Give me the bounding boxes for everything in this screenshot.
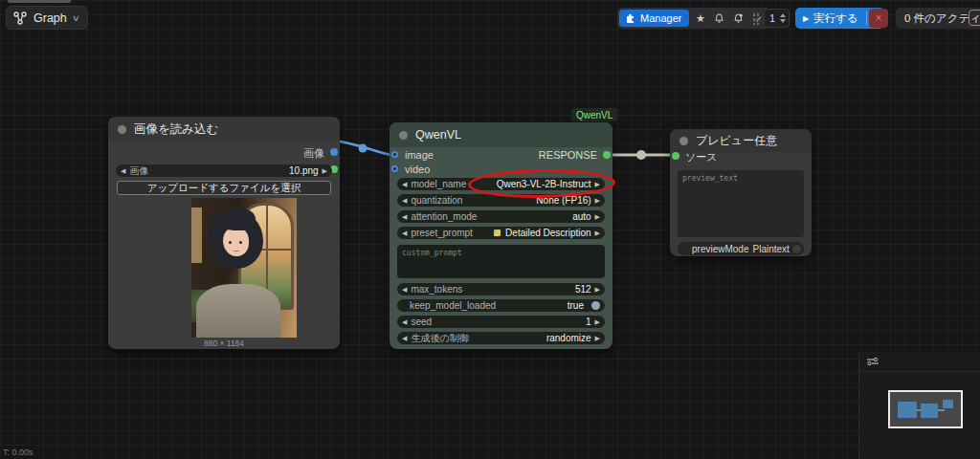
widget-label: keep_model_loaded xyxy=(410,300,496,311)
toolbar-drag-handle[interactable] xyxy=(752,12,759,25)
cancel-button[interactable]: × xyxy=(869,9,888,28)
image-dimensions-label: 880 × 1184 xyxy=(108,339,340,348)
manager-button[interactable]: Manager xyxy=(619,10,689,27)
attention-mode-combo[interactable]: ◀ attention_mode auto ▶ xyxy=(397,210,605,223)
input-label-source: ソース xyxy=(685,150,718,164)
node-load-image[interactable]: 画像を読み込む 画像 マスク ◀ 画像 10.png ▶ アップロードするファイ… xyxy=(108,117,340,349)
upload-file-button[interactable]: アップロードするファイルを選択 xyxy=(117,181,331,195)
preview-text-area[interactable]: preview_text xyxy=(678,170,804,237)
combo-prev-icon[interactable]: ◀ xyxy=(402,318,407,325)
combo-value: auto xyxy=(572,211,590,222)
image-file-combo[interactable]: ◀ 画像 10.png ▶ xyxy=(116,164,332,177)
batch-count-input[interactable]: 1 xyxy=(764,9,790,28)
combo-value: 10.png xyxy=(289,165,319,176)
node-type-badge: QwenVL xyxy=(571,108,617,121)
minimap-node xyxy=(898,402,917,418)
combo-label: model_name xyxy=(411,179,466,189)
widget-value: 512 xyxy=(575,284,591,295)
picture-emoji-icon xyxy=(493,229,501,237)
workflow-tab-indicator xyxy=(8,0,71,3)
combo-next-icon[interactable]: ▶ xyxy=(595,335,600,341)
widget-value: Plaintext xyxy=(752,244,789,254)
model-name-combo[interactable]: ◀ model_name Qwen3-VL-2B-Instruct ▶ xyxy=(397,178,605,190)
run-button[interactable]: ▶ 実行する xyxy=(795,11,866,26)
bell-badge-icon[interactable] xyxy=(730,11,746,27)
run-label: 実行する xyxy=(813,11,858,26)
panel-toggle-icon[interactable] xyxy=(969,10,980,26)
toggle-knob[interactable] xyxy=(791,244,802,254)
node-graph-canvas[interactable]: 画像を読み込む 画像 マスク ◀ 画像 10.png ▶ アップロードするファイ… xyxy=(0,0,980,459)
graph-selector[interactable]: Graph ∨ xyxy=(6,6,88,30)
minimap-node xyxy=(943,400,953,408)
combo-prev-icon[interactable]: ◀ xyxy=(402,197,407,204)
output-label-response: RESPONSE xyxy=(539,149,597,161)
preset-prompt-combo[interactable]: ◀ preset_prompt Detailed Description ▶ xyxy=(397,227,605,239)
output-port-image[interactable] xyxy=(330,148,338,156)
node-title: プレビュー任意 xyxy=(696,133,777,149)
control-after-generate-combo[interactable]: ◀ 生成後の制御 randomize ▶ xyxy=(397,332,605,344)
combo-next-icon[interactable]: ▶ xyxy=(595,213,600,220)
manager-toolbar: Manager ★ xyxy=(617,8,770,29)
node-qwenvl-header[interactable]: QwenVL xyxy=(390,122,612,147)
collapse-dot-icon[interactable] xyxy=(118,125,126,134)
combo-next-icon[interactable]: ▶ xyxy=(595,286,600,293)
combo-label: preset_prompt xyxy=(411,228,472,238)
combo-next-icon[interactable]: ▶ xyxy=(323,167,327,174)
widget-value: randomize xyxy=(546,333,591,343)
node-load-image-header[interactable]: 画像を読み込む xyxy=(108,117,340,142)
play-icon: ▶ xyxy=(803,14,809,23)
stepper xyxy=(780,13,789,23)
active-jobs-badge: 0 件のアクティブ xyxy=(896,8,980,29)
input-port-source[interactable] xyxy=(672,152,679,160)
combo-next-icon[interactable]: ▶ xyxy=(595,318,600,325)
combo-next-icon[interactable]: ▶ xyxy=(595,181,600,187)
bell-icon[interactable] xyxy=(711,11,727,27)
combo-prev-icon[interactable]: ◀ xyxy=(402,335,407,341)
image-preview[interactable] xyxy=(191,198,297,338)
combo-next-icon[interactable]: ▶ xyxy=(595,197,600,204)
custom-prompt-textarea[interactable]: custom_prompt xyxy=(397,245,605,278)
widget-label: 生成後の制御 xyxy=(411,332,468,345)
max-tokens-widget[interactable]: ◀ max_tokens 512 ▶ xyxy=(397,283,605,295)
combo-value: Detailed Description xyxy=(505,228,591,238)
input-label-image: image xyxy=(405,149,434,161)
close-icon: × xyxy=(875,11,881,25)
combo-label: 画像 xyxy=(129,164,148,178)
combo-prev-icon[interactable]: ◀ xyxy=(402,181,407,187)
combo-prev-icon[interactable]: ◀ xyxy=(402,213,407,220)
input-port-video[interactable] xyxy=(391,165,398,172)
node-preview-any[interactable]: プレビュー任意 ソース preview_text previewMode Pla… xyxy=(670,129,812,256)
node-preview-header[interactable]: プレビュー任意 xyxy=(670,129,812,152)
combo-value: None (FP16) xyxy=(536,195,590,206)
preview-mode-widget[interactable]: previewMode Plaintext xyxy=(678,242,804,255)
workflow-icon xyxy=(866,356,880,367)
execution-time-label: T: 0.00s xyxy=(3,448,33,457)
quantization-combo[interactable]: ◀ quantization None (FP16) ▶ xyxy=(397,194,605,207)
combo-label: attention_mode xyxy=(411,211,477,222)
graph-label: Graph xyxy=(33,11,67,25)
collapse-dot-icon[interactable] xyxy=(399,131,408,140)
minimap-viewport[interactable] xyxy=(888,390,963,428)
combo-prev-icon[interactable]: ◀ xyxy=(402,286,407,293)
combo-next-icon[interactable]: ▶ xyxy=(595,230,600,236)
toggle-knob[interactable] xyxy=(591,301,600,310)
keep-model-loaded-toggle[interactable]: keep_model_loaded true xyxy=(397,299,605,312)
node-qwenvl[interactable]: QwenVL image video RESPONSE ◀ model_name… xyxy=(390,122,612,349)
minimap-panel[interactable] xyxy=(858,352,980,459)
step-down-icon[interactable] xyxy=(780,19,786,23)
minimap-node xyxy=(921,404,938,418)
input-port-image[interactable] xyxy=(391,151,398,158)
combo-prev-icon[interactable]: ◀ xyxy=(402,230,407,236)
collapse-dot-icon[interactable] xyxy=(679,137,688,145)
widget-value: true xyxy=(568,300,584,311)
star-icon[interactable]: ★ xyxy=(692,11,708,27)
combo-value-wrap: Detailed Description xyxy=(493,228,591,238)
manager-label: Manager xyxy=(640,12,681,24)
seed-widget[interactable]: ◀ seed 1 ▶ xyxy=(397,316,605,328)
minimap-header xyxy=(859,352,980,372)
node-title: 画像を読み込む xyxy=(134,121,218,138)
input-label-video: video xyxy=(405,164,430,175)
step-up-icon[interactable] xyxy=(780,13,786,17)
combo-prev-icon[interactable]: ◀ xyxy=(121,167,125,174)
output-port-response[interactable] xyxy=(603,151,611,159)
